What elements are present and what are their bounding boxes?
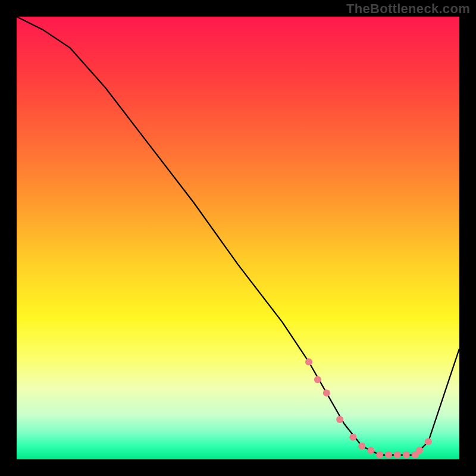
marker-dot [376,452,383,459]
marker-dot [367,447,374,454]
plot-area [17,17,459,459]
marker-dot [425,438,432,445]
marker-dot [403,452,410,459]
marker-dot [314,376,321,383]
marker-dot [394,452,401,459]
marker-dot [358,443,365,450]
marker-dot [323,389,330,396]
marker-group [305,358,432,458]
marker-dot [385,452,392,459]
watermark-label: TheBottleneck.com [346,1,470,17]
marker-dot [305,358,312,365]
bottleneck-curve [17,17,459,455]
chart-svg [17,17,459,459]
marker-dot [416,447,423,454]
marker-dot [336,416,343,423]
marker-dot [349,434,356,441]
chart-frame: TheBottleneck.com [0,0,476,476]
